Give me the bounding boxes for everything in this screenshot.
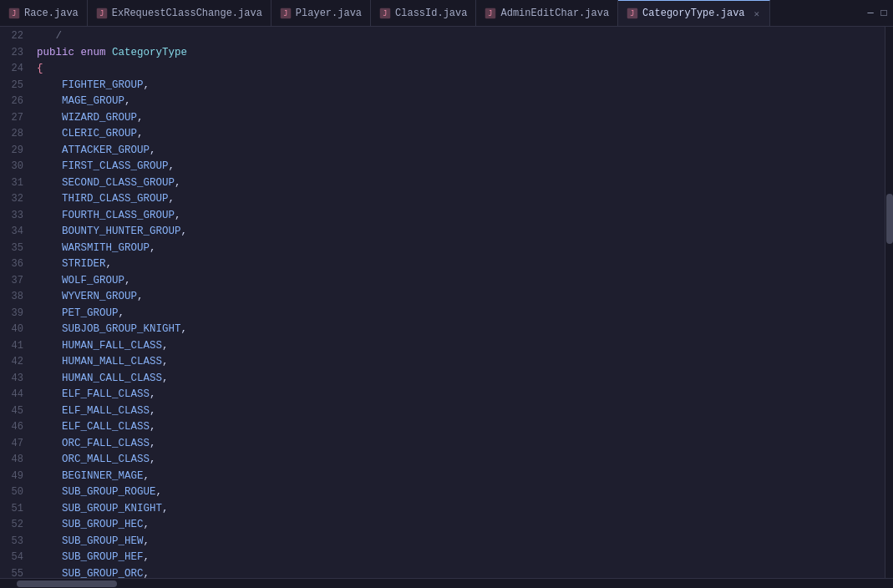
line-num-49: 49 xyxy=(7,469,23,485)
line-numbers: 22 23 24 25 26 27 28 29 30 31 32 33 34 3… xyxy=(0,27,33,578)
java-icon: J xyxy=(8,8,20,19)
line-num-26: 26 xyxy=(7,94,23,110)
line-num-41: 41 xyxy=(7,338,23,355)
code-line-55: SUB_GROUP_ORC, xyxy=(37,566,885,579)
code-line-38: WYVERN_GROUP, xyxy=(37,289,885,306)
line-num-53: 53 xyxy=(7,534,23,550)
code-line-26: MAGE_GROUP, xyxy=(37,94,885,110)
code-line-51: SUB_GROUP_KNIGHT, xyxy=(37,501,885,518)
line-num-37: 37 xyxy=(7,273,23,290)
code-content[interactable]: / public enum CategoryType { FIGHTER_GRO… xyxy=(33,27,885,578)
line-num-43: 43 xyxy=(7,371,23,388)
svg-text:J: J xyxy=(489,10,493,18)
tab-player[interactable]: J Player.java xyxy=(271,0,371,27)
code-line-22: / xyxy=(37,28,885,45)
horizontal-scrollbar[interactable] xyxy=(0,578,893,588)
code-line-52: SUB_GROUP_HEC, xyxy=(37,517,885,534)
line-num-33: 33 xyxy=(7,208,23,225)
line-num-23: 23 xyxy=(7,45,23,62)
java-icon: J xyxy=(96,8,108,19)
svg-text:J: J xyxy=(283,10,287,18)
svg-text:J: J xyxy=(13,10,17,18)
java-icon: J xyxy=(379,8,391,19)
line-num-45: 45 xyxy=(7,403,23,420)
java-icon: J xyxy=(627,8,638,19)
svg-text:J: J xyxy=(631,10,635,18)
line-num-42: 42 xyxy=(7,354,23,371)
code-line-30: FIRST_CLASS_GROUP, xyxy=(37,159,885,175)
line-num-38: 38 xyxy=(7,289,23,306)
maximize-button[interactable]: □ xyxy=(878,8,890,19)
code-line-53: SUB_GROUP_HEW, xyxy=(37,534,885,550)
code-line-34: BOUNTY_HUNTER_GROUP, xyxy=(37,224,885,241)
line-num-47: 47 xyxy=(7,436,23,453)
code-line-23: public enum CategoryType xyxy=(37,45,885,62)
line-num-51: 51 xyxy=(7,501,23,518)
line-num-55: 55 xyxy=(7,566,23,579)
tab-label: Race.java xyxy=(24,8,79,19)
code-line-54: SUB_GROUP_HEF, xyxy=(37,550,885,566)
code-line-31: SECOND_CLASS_GROUP, xyxy=(37,175,885,192)
line-num-24: 24 xyxy=(7,61,23,78)
code-line-40: SUBJOB_GROUP_KNIGHT, xyxy=(37,322,885,338)
code-line-25: FIGHTER_GROUP, xyxy=(37,78,885,94)
code-line-42: HUMAN_MALL_CLASS, xyxy=(37,354,885,371)
line-num-50: 50 xyxy=(7,484,23,501)
code-line-33: FOURTH_CLASS_GROUP, xyxy=(37,208,885,225)
minimize-button[interactable]: ─ xyxy=(865,8,876,19)
code-line-49: BEGINNER_MAGE, xyxy=(37,469,885,485)
java-icon: J xyxy=(485,8,496,19)
tab-classid[interactable]: J ClassId.java xyxy=(371,0,476,27)
tab-race[interactable]: J Race.java xyxy=(0,0,88,27)
svg-text:J: J xyxy=(99,10,104,18)
code-line-39: PET_GROUP, xyxy=(37,306,885,322)
line-num-30: 30 xyxy=(7,159,23,175)
code-line-45: ELF_MALL_CLASS, xyxy=(37,403,885,420)
tab-label: ExRequestClassChange.java xyxy=(112,8,262,19)
tab-adminedit[interactable]: J AdminEditChar.java xyxy=(476,0,618,27)
vertical-scrollbar[interactable] xyxy=(885,27,893,578)
code-line-24: { xyxy=(37,61,885,78)
line-num-46: 46 xyxy=(7,419,23,436)
code-editor: 22 23 24 25 26 27 28 29 30 31 32 33 34 3… xyxy=(0,27,893,588)
line-num-25: 25 xyxy=(7,78,23,94)
code-line-41: HUMAN_FALL_CLASS, xyxy=(37,338,885,355)
code-line-32: THIRD_CLASS_GROUP, xyxy=(37,191,885,208)
line-num-31: 31 xyxy=(7,175,23,192)
code-line-50: SUB_GROUP_ROGUE, xyxy=(37,484,885,501)
tab-categorytype[interactable]: J CategoryType.java ✕ xyxy=(618,0,770,27)
line-num-40: 40 xyxy=(7,322,23,338)
code-line-35: WARSMITH_GROUP, xyxy=(37,241,885,257)
line-num-44: 44 xyxy=(7,387,23,403)
tab-close-button[interactable]: ✕ xyxy=(753,8,762,20)
code-line-48: ORC_MALL_CLASS, xyxy=(37,452,885,469)
line-num-27: 27 xyxy=(7,110,23,127)
line-num-39: 39 xyxy=(7,306,23,322)
tab-exrequest[interactable]: J ExRequestClassChange.java xyxy=(88,0,271,27)
line-num-35: 35 xyxy=(7,241,23,257)
code-line-47: ORC_FALL_CLASS, xyxy=(37,436,885,453)
line-num-32: 32 xyxy=(7,191,23,208)
code-line-28: CLERIC_GROUP, xyxy=(37,126,885,143)
line-num-28: 28 xyxy=(7,126,23,143)
ide-window: J Race.java J ExRequestClassChange.java … xyxy=(0,0,893,588)
tab-label: AdminEditChar.java xyxy=(500,8,609,19)
tab-label: CategoryType.java xyxy=(642,8,744,19)
h-scrollbar-thumb[interactable] xyxy=(17,580,117,587)
code-line-43: HUMAN_CALL_CLASS, xyxy=(37,371,885,388)
code-line-27: WIZARD_GROUP, xyxy=(37,110,885,127)
line-num-54: 54 xyxy=(7,550,23,566)
line-num-52: 52 xyxy=(7,517,23,534)
line-num-29: 29 xyxy=(7,143,23,160)
line-num-48: 48 xyxy=(7,452,23,469)
java-icon: J xyxy=(280,8,292,19)
code-line-36: STRIDER, xyxy=(37,256,885,273)
line-num-34: 34 xyxy=(7,224,23,241)
code-line-37: WOLF_GROUP, xyxy=(37,273,885,290)
tab-label: Player.java xyxy=(296,8,362,19)
line-num-22: 22 xyxy=(7,28,23,45)
svg-text:J: J xyxy=(383,10,388,18)
scrollbar-thumb[interactable] xyxy=(886,194,893,244)
window-controls: ─ □ xyxy=(865,8,893,19)
code-line-29: ATTACKER_GROUP, xyxy=(37,143,885,160)
